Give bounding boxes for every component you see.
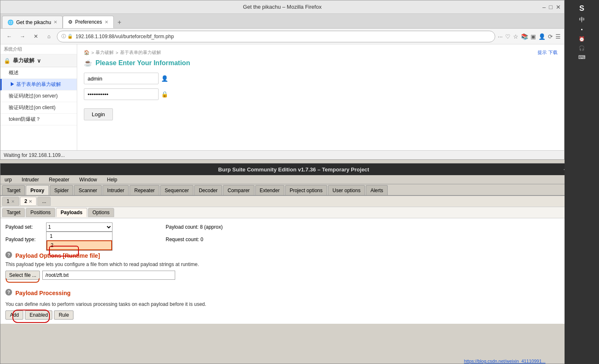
subtab-target[interactable]: Target [2,208,25,217]
payload-processing-title: Payload Processing [15,290,71,296]
url-secure-icon: ⓘ 🔒 [61,33,73,39]
enabled-button[interactable]: Enabled [25,310,52,320]
password-field: 🔒 [84,88,557,100]
breadcrumb: 🏠 > 暴力破解 > 基于表单的暴力破解 提示 下载 [84,49,557,56]
add-button[interactable]: Add [5,310,23,320]
help-link[interactable]: 提示 [538,49,547,56]
tab-proxy[interactable]: Proxy [26,185,49,195]
forward-button[interactable]: → [17,31,28,42]
page-title: ☕ Please Enter Your Information [84,59,557,67]
sidebar-icon[interactable]: ▣ [531,33,536,40]
tab-pikachu[interactable]: 🌐 Get the pikachu ✕ [2,16,63,28]
subtab-options[interactable]: Options [88,208,114,217]
menu-intruder[interactable]: Intruder [19,176,41,183]
payload-set-select-wrapper: 1 2 1 2 [46,222,112,232]
minimize-icon[interactable]: – [543,4,546,10]
action-link[interactable]: 下载 [548,49,557,56]
sidebar-section-brute[interactable]: 🔒 暴力破解 ∨ [0,54,77,67]
intruder-tab-2[interactable]: 2 ✕ [20,197,37,206]
firefox-titlebar: Get the pikachu – Mozilla Firefox – □ ✕ [0,0,564,14]
menu-window[interactable]: Window [77,176,100,183]
tab-repeater[interactable]: Repeater [130,185,159,195]
payload-set-select[interactable]: 1 2 [46,222,112,232]
table-actions: Add Enabled Rule [5,310,582,320]
burp-titlebar: Burp Suite Community Edition v1.7.36 – T… [0,164,587,175]
bottom-status-link[interactable]: https://blog.csdn.net/weixin_41110991... [464,359,545,364]
payload-options-title: Payload Options [Runtime file] [15,252,100,259]
close-icon[interactable]: ✕ [556,4,561,10]
request-count: Request count: 0 [166,237,203,242]
tab-pikachu-close[interactable]: ✕ [54,20,57,25]
burp-main-tabs: Target Proxy Spider Scanner Intruder Rep… [0,184,587,196]
sidebar-item-token[interactable]: token防爆破？ [0,114,77,125]
star-icon[interactable]: ☆ [513,33,518,40]
tab-alerts[interactable]: Alerts [366,185,388,195]
tab-target[interactable]: Target [2,185,25,195]
tab-extender[interactable]: Extender [255,185,284,195]
chevron-icon: ∨ [37,58,41,64]
intruder-tab-more[interactable]: ... [37,197,51,206]
tab-preferences-icon: ⚙ [68,19,73,25]
username-field: 👤 [84,73,557,84]
side-icon-s: S [579,4,584,13]
sync-icon[interactable]: ⟳ [548,33,553,40]
lock-field-icon: 🔒 [161,91,168,98]
tab-preferences[interactable]: ⚙ Preferences ✕ [63,16,114,28]
home-button[interactable]: ⌂ [44,31,54,42]
tab-intruder[interactable]: Intruder [103,185,129,195]
sidebar-item-overview[interactable]: 概述 [0,67,77,79]
firefox-statusbar: Waiting for 192.168.1.109... [0,150,564,159]
dropdown-option-1[interactable]: 1 [46,232,112,240]
more-options-icon[interactable]: ··· [498,33,503,40]
avatar-icon[interactable]: 👤 [538,33,545,40]
subtab-positions[interactable]: Positions [26,208,55,217]
tab-comparer[interactable]: Comparer [223,185,254,195]
menu-repeater[interactable]: Repeater [46,176,72,183]
tab-scanner[interactable]: Scanner [74,185,102,195]
library-icon[interactable]: 📚 [521,33,528,40]
menu-icon[interactable]: ☰ [555,33,561,40]
payload-set-row: Payload set: 1 2 1 2 Payload count: 8 (a… [5,222,582,232]
intruder-tab-1-close[interactable]: ✕ [11,199,15,204]
back-button[interactable]: ← [4,31,15,42]
firefox-window-controls: – □ ✕ [543,4,561,10]
menu-help[interactable]: Help [105,176,120,183]
bookmark-icon[interactable]: ♡ [505,33,511,40]
intruder-subtabs: Target Positions Payloads Options [0,207,587,218]
help-icon-options[interactable]: ? [5,252,12,258]
tab-preferences-label: Preferences [75,19,102,25]
tab-user-options[interactable]: User options [328,185,365,195]
maximize-icon[interactable]: □ [549,4,553,10]
url-bar[interactable]: ⓘ 🔒 192.168.1.109:88/vul/burteforce/bf_f… [57,31,495,42]
login-button[interactable]: Login [84,108,113,120]
menu-burp[interactable]: urp [2,176,14,183]
sidebar-item-form-brute[interactable]: ▶ 基于表单的暴力破解 [0,79,77,90]
help-icon-processing[interactable]: ? [5,289,12,296]
username-input[interactable] [84,73,159,84]
tab-sequencer[interactable]: Sequencer [160,185,193,195]
select-file-row: Select file ... [5,271,582,280]
file-path-input[interactable] [42,271,175,280]
tab-preferences-close[interactable]: ✕ [105,20,108,25]
dropdown-option-2[interactable]: 2 [46,240,112,250]
url-text: 192.168.1.109:88/vul/burteforce/bf_form.… [76,34,174,39]
subtab-payloads[interactable]: Payloads [56,208,87,217]
intruder-tab-1[interactable]: 1 ✕ [2,197,19,206]
rule-button[interactable]: Rule [54,310,73,320]
new-tab-button[interactable]: + [114,17,125,28]
sidebar-item-captcha-client[interactable]: 验证码绕过(on client) [0,102,77,114]
intruder-tab-2-close[interactable]: ✕ [29,199,32,204]
sidebar-item-captcha-server[interactable]: 验证码绕过(on server) [0,90,77,102]
reload-button[interactable]: ✕ [30,31,41,42]
tab-spider[interactable]: Spider [50,185,73,195]
payload-panel: Payload set: 1 2 1 2 Payload count: 8 (a… [0,218,587,324]
tab-decoder[interactable]: Decoder [194,185,222,195]
select-file-button[interactable]: Select file ... [5,271,40,280]
payload-set-label: Payload set: [5,224,43,230]
burp-window: Burp Suite Community Edition v1.7.36 – T… [0,163,587,364]
user-icon: 👤 [161,75,168,82]
side-icon-keyboard: ⌨ [578,54,585,60]
password-input[interactable] [84,88,159,100]
payload-count: Payload count: 8 (approx) [166,224,222,230]
tab-project-options[interactable]: Project options [285,185,327,195]
